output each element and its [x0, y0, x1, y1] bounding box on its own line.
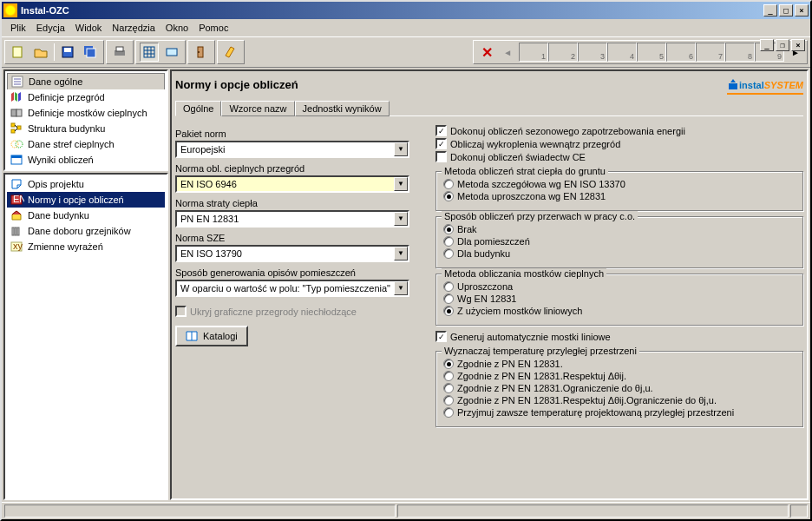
save-icon[interactable] — [58, 43, 77, 62]
nav-7[interactable]: 7 — [696, 43, 725, 62]
radio-g1-2[interactable]: Metoda uproszczona wg EN 12831 — [443, 191, 796, 201]
main-header: Normy i opcje obliczeń instalSYSTEM — [175, 75, 803, 95]
chevron-down-icon[interactable]: ▼ — [394, 142, 408, 156]
sidebar-item-budynku[interactable]: Dane budynku — [7, 208, 165, 223]
radio-g1-1[interactable]: Metoda szczegółowa wg EN ISO 13370 — [443, 179, 796, 189]
mdi-buttons: _ ❐ × — [760, 39, 805, 51]
mdi-restore[interactable]: ❐ — [776, 39, 789, 51]
mdi-close[interactable]: × — [791, 39, 805, 51]
saveall-icon[interactable] — [81, 43, 100, 62]
menu-edycja[interactable]: Edycja — [31, 21, 70, 35]
radio-g4-5[interactable]: Przyjmuj zawsze temperaturę projektowaną… — [443, 407, 796, 418]
mdi-minimize[interactable]: _ — [760, 39, 774, 51]
svg-rect-4 — [87, 49, 95, 57]
toolbar-group-nav: ✕ ◄ 1 2 3 4 5 6 7 8 9 ► — [473, 40, 808, 64]
prev-icon[interactable]: ◄ — [500, 48, 515, 57]
combo-norma-cieplnych[interactable]: ▼ — [175, 175, 409, 193]
radio-g4-3[interactable]: Zgodnie z PN EN 12831.Ograniczenie do θj… — [443, 383, 796, 393]
sidebar-top-panel: Dane ogólne Definicje przegród Definicje… — [3, 69, 168, 171]
sidebar-item-normy[interactable]: ENNormy i opcje obliczeń — [7, 192, 165, 208]
combo-norma-straty[interactable]: ▼ — [175, 210, 409, 228]
combo-norma-sze[interactable]: ▼ — [175, 245, 409, 262]
minimize-button[interactable]: _ — [763, 4, 777, 16]
tab-strip: OgólneWzorce nazwJednostki wyników — [175, 100, 803, 116]
svg-text:xy: xy — [13, 241, 23, 251]
nav-3[interactable]: 3 — [578, 43, 607, 62]
radio-g4-2[interactable]: Zgodnie z PN EN 12831.Respektuj Δθij. — [443, 371, 796, 381]
svg-rect-21 — [11, 123, 15, 127]
sidebar-item-opis[interactable]: Opis projektu — [7, 176, 165, 192]
radio-g2-3[interactable]: Dla budynku — [443, 248, 796, 259]
titlebar: Instal-OZC _ □ × — [2, 2, 810, 19]
menu-pomoc[interactable]: Pomoc — [193, 21, 233, 35]
cb-hide-graphic: Ukryj graficzne przegrody niechłodzące — [175, 306, 418, 317]
combo-pakiet[interactable]: ▼ — [175, 141, 409, 158]
nav-8[interactable]: 8 — [725, 43, 755, 62]
menubar: Plik Edycja Widok Narzędzia Okno Pomoc _… — [2, 19, 810, 36]
tab-wzorce[interactable]: Wzorce nazw — [221, 101, 294, 116]
sidebar-item-zmienne[interactable]: xyZmienne wyrażeń — [7, 239, 165, 254]
sidebar-item-stref[interactable]: Dane stref cieplnych — [7, 136, 165, 152]
other-view-icon[interactable] — [162, 43, 181, 62]
page-title: Normy i opcje obliczeń — [175, 78, 298, 91]
radio-g3-3[interactable]: Z użyciem mostków liniowych — [443, 306, 796, 316]
svg-rect-20 — [16, 109, 22, 116]
toolbar-group-view — [135, 40, 186, 64]
print-icon[interactable] — [110, 43, 129, 62]
menu-okno[interactable]: Okno — [160, 21, 193, 35]
radio-g2-1[interactable]: Brak — [443, 224, 796, 234]
nav-number-strip: 1 2 3 4 5 6 7 8 9 — [519, 43, 784, 62]
radio-g3-1[interactable]: Uproszczona — [443, 281, 796, 292]
radio-g2-2[interactable]: Dla pomieszczeń — [443, 236, 796, 247]
cb-wykroplenia[interactable]: ✓Obliczaj wykroplenia wewnątrz przegród — [435, 138, 803, 149]
open-icon[interactable] — [31, 43, 50, 62]
label-norma-cieplnych: Norma obl. cieplnych przegród — [175, 163, 418, 174]
katalogi-button[interactable]: Katalogi — [175, 326, 248, 346]
combo-sposob[interactable]: ▼ — [175, 280, 409, 297]
tab-jednostki[interactable]: Jednostki wyników — [295, 101, 390, 116]
sidebar-item-definicje-przegrod[interactable]: Definicje przegród — [7, 89, 165, 105]
menu-narzedzia[interactable]: Narzędzia — [107, 21, 160, 35]
sidebar-item-mostkow[interactable]: Definicje mostków cieplnych — [7, 105, 165, 121]
menu-plik[interactable]: Plik — [5, 21, 31, 35]
close-button[interactable]: × — [795, 4, 809, 16]
chevron-down-icon[interactable]: ▼ — [394, 281, 408, 295]
nav-2[interactable]: 2 — [548, 43, 578, 62]
maximize-button[interactable]: □ — [779, 4, 793, 16]
svg-rect-32 — [12, 228, 14, 235]
sidebar-item-dane-ogolne[interactable]: Dane ogólne — [7, 73, 165, 89]
toolbar-group-print — [106, 40, 134, 64]
nav-5[interactable]: 5 — [637, 43, 666, 62]
delete-icon[interactable]: ✕ — [477, 43, 496, 62]
radio-g4-4[interactable]: Zgodnie z PN EN 12831.Respektuj Δθij.Ogr… — [443, 395, 796, 406]
chevron-down-icon[interactable]: ▼ — [394, 247, 408, 260]
cb-generuj[interactable]: ✓Generuj automatycznie mostki liniowe — [435, 331, 803, 342]
svg-rect-37 — [729, 83, 737, 89]
door-icon[interactable] — [192, 43, 211, 62]
radio-g4-1[interactable]: Zgodnie z PN EN 12831. — [443, 359, 796, 369]
cb-sezonowe[interactable]: ✓Dokonuj obliczeń sezonowego zapotrzebow… — [435, 125, 803, 136]
content-area: Dane ogólne Definicje przegród Definicje… — [2, 68, 810, 502]
sidebar-item-wyniki[interactable]: Wyniki obliczeń — [7, 152, 165, 168]
label-norma-sze: Norma SZE — [175, 233, 418, 243]
left-column: Pakiet norm ▼ Norma obl. cieplnych przeg… — [175, 123, 418, 432]
svg-rect-34 — [17, 228, 19, 235]
new-icon[interactable] — [9, 43, 28, 62]
chevron-down-icon[interactable]: ▼ — [394, 177, 408, 191]
tab-ogolne[interactable]: Ogólne — [175, 101, 221, 116]
sidebar-item-struktura[interactable]: Struktura budynku — [7, 121, 165, 136]
nav-6[interactable]: 6 — [666, 43, 696, 62]
grid-icon[interactable] — [140, 43, 159, 62]
sidebar: Dane ogólne Definicje przegród Definicje… — [3, 69, 168, 500]
radio-g3-2[interactable]: Wg EN 12831 — [443, 293, 796, 304]
cb-swiadectw[interactable]: Dokonuj obliczeń świadectw CE — [435, 151, 803, 162]
svg-rect-22 — [11, 129, 15, 133]
sidebar-item-doboru[interactable]: Dane doboru grzejników — [7, 223, 165, 239]
help-icon[interactable] — [221, 43, 240, 62]
chevron-down-icon[interactable]: ▼ — [394, 212, 408, 226]
nav-4[interactable]: 4 — [607, 43, 637, 62]
nav-1[interactable]: 1 — [519, 43, 548, 62]
menu-widok[interactable]: Widok — [70, 21, 108, 35]
svg-rect-33 — [15, 228, 16, 235]
svg-rect-29 — [11, 155, 22, 158]
